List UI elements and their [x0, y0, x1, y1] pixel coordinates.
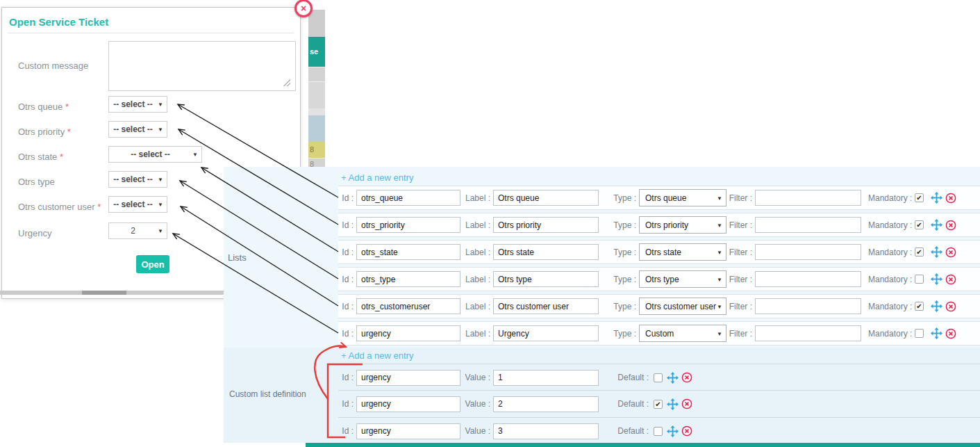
otrs-queue-select[interactable]: -- select --▼ [108, 96, 167, 113]
id-label: Id : [338, 275, 356, 284]
value-label: Value : [460, 426, 493, 436]
entry-label-input[interactable] [493, 325, 599, 341]
otrs-type-label: Otrs type [18, 177, 55, 187]
delete-icon[interactable] [945, 274, 956, 285]
custom-id-input[interactable] [356, 396, 460, 412]
close-icon[interactable]: × [294, 0, 313, 17]
default-checkbox[interactable] [654, 373, 663, 382]
entry-label-input[interactable] [493, 244, 599, 260]
entry-filter-input[interactable] [755, 298, 861, 314]
entry-id-input[interactable] [356, 190, 460, 206]
custom-id-input[interactable] [356, 423, 460, 439]
move-icon[interactable] [931, 327, 942, 339]
id-label: Id : [338, 373, 356, 382]
entry-filter-input[interactable] [755, 244, 861, 260]
entry-label-input[interactable] [493, 190, 599, 206]
delete-icon[interactable] [681, 398, 692, 409]
filter-label: Filter : [726, 329, 755, 339]
scrollbar-thumb[interactable] [82, 291, 126, 295]
otrs-customer-user-select[interactable]: -- select --▼ [108, 196, 167, 213]
entry-type-select[interactable]: Otrs priority▼ [639, 216, 726, 234]
delete-icon[interactable] [945, 193, 956, 204]
divider [8, 33, 294, 33]
delete-icon[interactable] [945, 328, 956, 339]
mandatory-checkbox[interactable]: ✔ [915, 193, 924, 202]
move-icon[interactable] [667, 425, 679, 437]
filter-label: Filter : [726, 220, 755, 230]
entry-id-input[interactable] [356, 244, 460, 260]
entry-label-input[interactable] [493, 298, 599, 314]
custom-message-textarea[interactable] [108, 41, 296, 91]
horizontal-scrollbar[interactable] [0, 291, 225, 295]
type-label: Type : [599, 329, 639, 339]
background-table-sliver: se 8 8 [308, 10, 325, 170]
label-label: Label : [460, 193, 493, 203]
label-label: Label : [460, 220, 493, 230]
filter-label: Filter : [726, 275, 755, 284]
open-button[interactable]: Open [136, 255, 169, 273]
entry-id-input[interactable] [356, 298, 460, 314]
delete-icon[interactable] [681, 372, 692, 383]
move-icon[interactable] [667, 372, 679, 384]
id-label: Id : [338, 193, 356, 203]
entry-type-select[interactable]: Custom▼ [639, 325, 726, 342]
move-icon[interactable] [931, 192, 942, 204]
custom-value-input[interactable] [493, 370, 599, 386]
table-cell: 8 [308, 142, 325, 158]
urgency-select[interactable]: 2▼ [108, 222, 167, 239]
mandatory-label: Mandatory : [868, 220, 913, 230]
required-asterisk: * [65, 101, 69, 112]
lists-config-panel: + Add a new entry Lists Id : Label : Typ… [224, 167, 980, 443]
move-icon[interactable] [931, 219, 942, 231]
dropdown-caret-icon: ▼ [158, 228, 163, 234]
entry-filter-input[interactable] [755, 190, 861, 206]
otrs-state-select[interactable]: -- select --▼ [108, 146, 202, 163]
move-icon[interactable] [667, 398, 679, 410]
otrs-type-select[interactable]: -- select --▼ [108, 171, 167, 188]
label-label: Label : [460, 329, 493, 339]
required-asterisk: * [97, 202, 101, 212]
delete-icon[interactable] [945, 220, 956, 231]
mandatory-checkbox[interactable]: ✔ [915, 247, 924, 257]
entry-type-select[interactable]: Otrs type▼ [639, 270, 726, 288]
list-entry-row: Id : Label : Type : Otrs customer user▼ … [338, 294, 980, 318]
move-icon[interactable] [931, 273, 942, 285]
custom-id-input[interactable] [356, 370, 460, 386]
dropdown-caret-icon: ▼ [192, 152, 198, 158]
mandatory-checkbox[interactable]: ✔ [915, 220, 924, 229]
entry-type-select[interactable]: Otrs queue▼ [639, 189, 726, 206]
dropdown-caret-icon: ▼ [717, 331, 722, 337]
move-icon[interactable] [931, 300, 942, 312]
custom-value-input[interactable] [493, 423, 599, 439]
dropdown-caret-icon: ▼ [717, 195, 722, 202]
mandatory-checkbox[interactable] [915, 275, 924, 284]
mandatory-checkbox[interactable]: ✔ [915, 302, 924, 311]
dropdown-caret-icon: ▼ [717, 304, 722, 310]
default-checkbox[interactable]: ✔ [654, 400, 663, 409]
entry-label-input[interactable] [493, 271, 599, 287]
modal-title: Open Service Ticket [9, 16, 108, 28]
move-icon[interactable] [931, 246, 942, 258]
add-entry-link[interactable]: + Add a new entry [341, 350, 413, 361]
entry-id-input[interactable] [356, 325, 460, 341]
dropdown-caret-icon: ▼ [717, 277, 722, 283]
otrs-priority-select[interactable]: -- select --▼ [108, 121, 167, 138]
entry-id-input[interactable] [356, 271, 460, 287]
entry-filter-input[interactable] [755, 271, 861, 287]
mandatory-checkbox[interactable] [915, 329, 924, 338]
default-checkbox[interactable] [654, 427, 663, 436]
delete-icon[interactable] [945, 301, 956, 312]
delete-icon[interactable] [681, 425, 692, 437]
custom-value-input[interactable] [493, 396, 599, 412]
entry-label-input[interactable] [493, 217, 599, 233]
label-label: Label : [460, 275, 493, 284]
label-label: Label : [460, 247, 493, 257]
delete-icon[interactable] [945, 247, 956, 258]
entry-filter-input[interactable] [755, 325, 861, 341]
entry-filter-input[interactable] [755, 217, 861, 233]
entry-id-input[interactable] [356, 217, 460, 233]
add-entry-link[interactable]: + Add a new entry [341, 172, 413, 183]
entry-type-select[interactable]: Otrs customer user▼ [639, 298, 726, 315]
resize-grip-icon[interactable] [283, 79, 290, 86]
entry-type-select[interactable]: Otrs state▼ [639, 243, 726, 261]
